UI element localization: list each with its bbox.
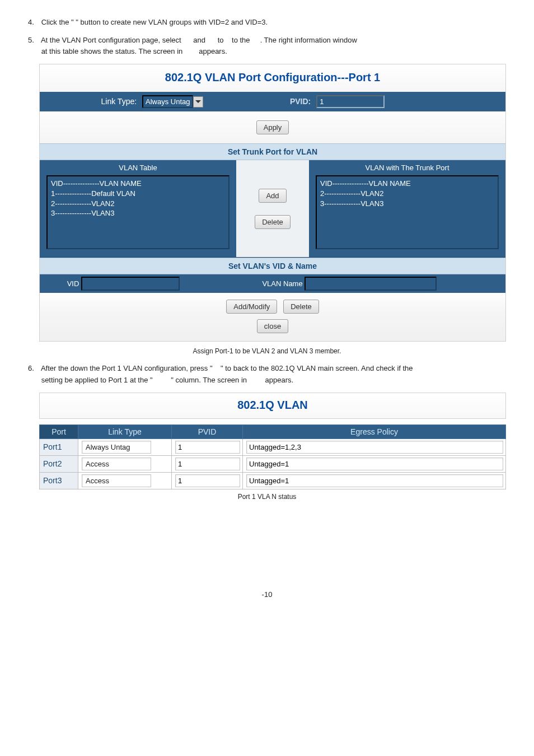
cell-port: Port2 bbox=[40, 455, 78, 472]
step-5-b: VLAN Port configuration page, select bbox=[62, 36, 183, 44]
step-6: 6. After the down the Port 1 VLAN config… bbox=[28, 363, 506, 385]
pvid-input[interactable] bbox=[316, 95, 385, 108]
delete-vid-button[interactable]: Delete bbox=[283, 300, 319, 314]
step-5-g: at this table shows the status. The scre… bbox=[41, 47, 185, 55]
page-footer: -10 bbox=[28, 590, 506, 599]
step-6-b: " to back to the 802.1Q VLAN main screen… bbox=[221, 364, 413, 372]
cell-pvid bbox=[172, 438, 243, 455]
close-button[interactable]: close bbox=[257, 319, 288, 333]
list-item[interactable]: VID---------------VLAN NAME bbox=[320, 179, 494, 189]
vlan-summary-table: Port Link Type PVID Egress Policy Port1A… bbox=[39, 424, 506, 489]
table-row: Port3Access bbox=[40, 472, 506, 489]
step-6-e: appears. bbox=[265, 376, 294, 384]
th-pvid: PVID bbox=[172, 424, 243, 438]
pvid-field[interactable] bbox=[175, 441, 240, 454]
step-5-num: 5. bbox=[28, 35, 39, 46]
link-type-label: Link Type: bbox=[101, 97, 137, 106]
figure-caption-1: Assign Port-1 to be VLAN 2 and VLAN 3 me… bbox=[28, 347, 506, 355]
vlan-table-list[interactable]: VID---------------VLAN NAME 1-----------… bbox=[46, 175, 229, 249]
step-4-num: 4. bbox=[28, 17, 39, 28]
figure-caption-2: Port 1 VLA N status bbox=[28, 493, 506, 501]
step-5-c: and bbox=[193, 36, 207, 44]
pvid-field[interactable] bbox=[175, 474, 240, 487]
linktype-field[interactable]: Access bbox=[82, 474, 151, 487]
step-5-d: to bbox=[218, 36, 226, 44]
table-header-row: Port Link Type PVID Egress Policy bbox=[40, 424, 506, 438]
step-6-num: 6. bbox=[28, 363, 39, 374]
egress-field[interactable] bbox=[246, 441, 503, 454]
panel-title: 802.1Q VLAN Port Configuration---Port 1 bbox=[40, 64, 505, 92]
vidname-section-head: Set VLAN's VID & Name bbox=[40, 258, 505, 274]
egress-field[interactable] bbox=[246, 474, 503, 487]
step-5-e: to the bbox=[232, 36, 252, 44]
list-item[interactable]: 3---------------VLAN3 bbox=[51, 208, 225, 218]
link-type-bar: Link Type: Always Untag PVID: bbox=[40, 92, 505, 111]
chevron-down-icon[interactable] bbox=[193, 96, 203, 108]
cell-linktype: Access bbox=[78, 472, 172, 489]
pvid-label: PVID: bbox=[290, 97, 311, 106]
step-6-c: setting be applied to Port 1 at the " bbox=[41, 376, 155, 384]
add-modify-button[interactable]: Add/Modify bbox=[226, 300, 277, 314]
step-4-a: Click the " bbox=[41, 18, 74, 26]
th-egress: Egress Policy bbox=[243, 424, 506, 438]
th-linktype: Link Type bbox=[78, 424, 172, 438]
trunk-area: VLAN Table VID---------------VLAN NAME 1… bbox=[40, 160, 505, 258]
trunk-section-head: Set Trunk Port for VLAN bbox=[40, 143, 505, 160]
delete-button[interactable]: Delete bbox=[255, 215, 291, 229]
cell-egress bbox=[243, 472, 506, 489]
th-port: Port bbox=[40, 424, 78, 438]
table-row: Port1Always Untag bbox=[40, 438, 506, 455]
apply-button[interactable]: Apply bbox=[256, 120, 289, 134]
step-4: 4. Click the " " button to create new VL… bbox=[28, 17, 506, 28]
cell-pvid bbox=[172, 472, 243, 489]
vlan-name-input[interactable] bbox=[305, 277, 437, 291]
list-item[interactable]: 1---------------Default VLAN bbox=[51, 189, 225, 199]
list-item[interactable]: 2---------------VLAN2 bbox=[51, 199, 225, 209]
pvid-field[interactable] bbox=[175, 458, 240, 470]
step-5-f: . The right information window bbox=[260, 36, 357, 44]
vlan-summary-title: 802.1Q VLAN bbox=[40, 393, 505, 418]
link-type-select[interactable]: Always Untag bbox=[142, 95, 193, 108]
table-row: Port2Access bbox=[40, 455, 506, 472]
vid-row: VID VLAN Name bbox=[40, 274, 505, 293]
trunk-list-header: VLAN with The Trunk Port bbox=[309, 160, 505, 175]
cell-linktype: Always Untag bbox=[78, 438, 172, 455]
vid-input[interactable] bbox=[81, 277, 180, 291]
egress-field[interactable] bbox=[246, 458, 503, 470]
vlan-name-label: VLAN Name bbox=[262, 279, 302, 288]
step-5-a: At the bbox=[41, 36, 62, 44]
trunk-list[interactable]: VID---------------VLAN NAME 2-----------… bbox=[316, 175, 499, 249]
linktype-field[interactable]: Always Untag bbox=[82, 441, 151, 454]
add-button[interactable]: Add bbox=[259, 189, 286, 203]
cell-port: Port3 bbox=[40, 472, 78, 489]
step-4-b: " button to create new VLAN groups with … bbox=[76, 18, 268, 26]
list-item[interactable]: VID---------------VLAN NAME bbox=[51, 179, 225, 189]
list-item[interactable]: 2---------------VLAN2 bbox=[320, 189, 494, 199]
cell-pvid bbox=[172, 455, 243, 472]
cell-egress bbox=[243, 455, 506, 472]
cell-egress bbox=[243, 438, 506, 455]
cell-port: Port1 bbox=[40, 438, 78, 455]
step-5: 5. At the VLAN Port configuration page, … bbox=[28, 35, 506, 57]
cell-linktype: Access bbox=[78, 455, 172, 472]
vlan-port-config-panel: 802.1Q VLAN Port Configuration---Port 1 … bbox=[39, 64, 506, 342]
linktype-field[interactable]: Access bbox=[82, 458, 151, 470]
vlan-summary-panel: 802.1Q VLAN bbox=[39, 393, 506, 419]
step-6-a: After the down the Port 1 VLAN configura… bbox=[41, 364, 214, 372]
step-6-d: " column. The screen in bbox=[171, 376, 249, 384]
step-5-h: appears. bbox=[199, 47, 227, 55]
list-item[interactable]: 3---------------VLAN3 bbox=[320, 199, 494, 209]
vid-label: VID bbox=[67, 279, 79, 288]
vlan-table-header: VLAN Table bbox=[40, 160, 236, 175]
